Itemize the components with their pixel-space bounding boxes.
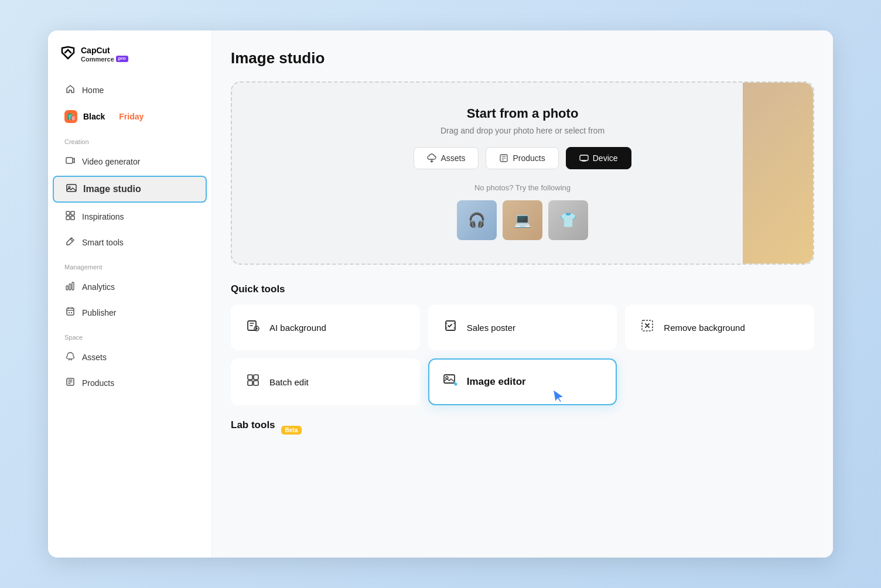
svg-rect-9	[72, 282, 74, 290]
upload-subtitle: Drag and drop your photo here or select …	[244, 126, 801, 135]
sales-poster-icon	[441, 319, 460, 336]
bf-text-black: Black	[83, 112, 105, 121]
sidebar-item-video-generator[interactable]: Video generator	[53, 150, 207, 173]
no-photos-text: No photos? Try the following	[244, 183, 801, 192]
sidebar-item-inspirations[interactable]: Inspirations	[53, 205, 207, 228]
sidebar-item-products-label: Products	[82, 378, 114, 388]
capcut-logo-icon	[60, 45, 76, 64]
tool-image-editor[interactable]: Image editor	[428, 358, 617, 405]
ai-background-label: AI background	[269, 323, 326, 333]
image-editor-label: Image editor	[467, 376, 526, 388]
device-btn-label: Device	[593, 153, 618, 163]
logo-area: CapCut Commerce pro	[48, 45, 211, 76]
analytics-icon	[64, 281, 76, 293]
upload-preview-image	[743, 83, 813, 264]
logo-commerce: Commerce pro	[81, 56, 128, 63]
app-container: CapCut Commerce pro Home 🛍️ Black Friday…	[48, 30, 833, 558]
tools-grid: AI background Sales poster	[231, 305, 814, 405]
upload-btn-device[interactable]: Device	[566, 147, 631, 169]
svg-rect-8	[69, 284, 71, 290]
remove-background-icon	[638, 319, 657, 336]
publisher-icon	[64, 307, 76, 319]
section-label-management: Management	[48, 257, 211, 273]
svg-rect-7	[66, 286, 68, 290]
remove-background-label: Remove background	[664, 323, 745, 333]
sidebar-item-black-friday[interactable]: 🛍️ Black Friday	[53, 104, 207, 129]
video-generator-icon	[64, 156, 76, 167]
tool-remove-background[interactable]: Remove background	[625, 305, 814, 350]
sidebar-item-home[interactable]: Home	[53, 78, 207, 102]
black-friday-icon: 🛍️	[64, 110, 77, 123]
svg-point-26	[454, 383, 457, 386]
svg-rect-23	[254, 381, 258, 385]
upload-btn-products[interactable]: Products	[486, 147, 558, 169]
image-editor-icon	[441, 372, 460, 391]
svg-rect-10	[67, 308, 74, 315]
upload-title: Start from a photo	[244, 106, 801, 121]
lab-tools-row: Lab tools Beta	[231, 419, 814, 440]
svg-rect-0	[66, 158, 73, 163]
pro-badge: pro	[116, 56, 128, 62]
svg-rect-22	[248, 381, 252, 385]
sidebar-item-video-label: Video generator	[82, 157, 140, 166]
svg-rect-5	[66, 216, 70, 220]
sample-image-laptop[interactable]: 💻	[503, 200, 542, 240]
empty-grid-cell	[625, 358, 814, 405]
sidebar-item-smart-tools-label: Smart tools	[82, 238, 124, 247]
tool-sales-poster[interactable]: Sales poster	[428, 305, 617, 350]
quick-tools-label: Quick tools	[231, 283, 814, 295]
svg-rect-20	[248, 375, 252, 380]
sidebar-item-analytics-label: Analytics	[82, 282, 115, 292]
sidebar-item-publisher-label: Publisher	[82, 308, 116, 317]
tool-batch-edit[interactable]: Batch edit	[231, 358, 420, 405]
svg-rect-12	[71, 312, 72, 313]
products-btn-icon	[499, 153, 508, 163]
section-label-creation: Creation	[48, 131, 211, 148]
logo-capcut: CapCut	[81, 46, 128, 55]
sidebar-item-smart-tools[interactable]: Smart tools	[53, 231, 207, 254]
sample-images: 🎧 💻 👕	[244, 200, 801, 240]
products-btn-label: Products	[513, 153, 545, 163]
smart-tools-icon	[64, 237, 76, 248]
batch-edit-label: Batch edit	[269, 377, 309, 387]
svg-rect-6	[71, 216, 74, 220]
assets-btn-label: Assets	[440, 153, 465, 163]
lab-tools-label: Lab tools	[231, 419, 275, 431]
sample-image-shirt[interactable]: 👕	[548, 200, 588, 240]
device-icon	[579, 153, 589, 163]
sample-image-earbuds[interactable]: 🎧	[457, 200, 497, 240]
sidebar-item-products[interactable]: Products	[53, 371, 207, 395]
main-content: Image studio Start from a photo Drag and…	[212, 30, 833, 558]
sidebar-item-assets[interactable]: Assets	[53, 346, 207, 369]
tool-ai-background[interactable]: AI background	[231, 305, 420, 350]
bf-text-orange: Friday	[119, 112, 144, 121]
svg-rect-15	[580, 155, 588, 160]
upload-buttons: Assets Products Device	[244, 147, 801, 169]
svg-rect-1	[67, 184, 76, 192]
ai-background-icon	[244, 319, 262, 336]
upload-area: Start from a photo Drag and drop your ph…	[231, 81, 814, 265]
sidebar: CapCut Commerce pro Home 🛍️ Black Friday…	[48, 30, 212, 558]
sidebar-item-image-label: Image studio	[83, 184, 141, 194]
sidebar-item-image-studio[interactable]: Image studio	[53, 176, 207, 203]
sidebar-item-home-label: Home	[82, 86, 104, 95]
svg-rect-4	[71, 211, 74, 215]
image-studio-icon	[66, 183, 77, 196]
svg-rect-21	[254, 375, 258, 380]
assets-icon	[64, 351, 76, 363]
upload-btn-assets[interactable]: Assets	[414, 147, 479, 169]
batch-edit-icon	[244, 373, 262, 391]
home-icon	[64, 84, 76, 96]
cursor	[551, 386, 571, 411]
svg-rect-11	[69, 312, 70, 313]
sidebar-item-publisher[interactable]: Publisher	[53, 301, 207, 324]
beta-badge: Beta	[281, 426, 302, 435]
page-title: Image studio	[231, 49, 814, 67]
sidebar-item-analytics[interactable]: Analytics	[53, 275, 207, 299]
sales-poster-label: Sales poster	[467, 323, 515, 333]
section-label-space: Space	[48, 327, 211, 343]
inspirations-icon	[64, 211, 76, 223]
products-icon	[64, 377, 76, 389]
sidebar-item-inspirations-label: Inspirations	[82, 212, 124, 221]
cloud-icon	[427, 153, 436, 163]
